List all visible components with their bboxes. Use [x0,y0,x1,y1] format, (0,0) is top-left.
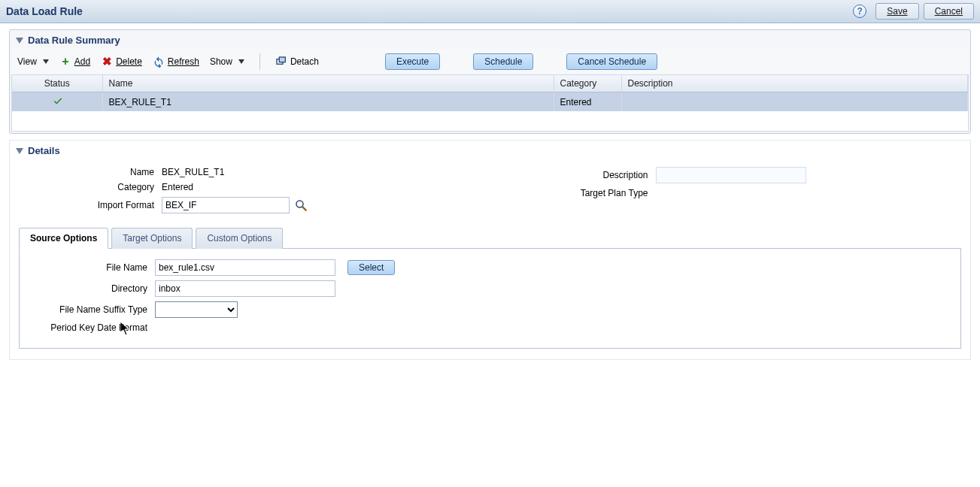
details-left-col: Name BEX_RULE_T1 Category Entered Import… [41,167,475,218]
view-menu[interactable]: View [17,56,49,67]
label-name: Name [41,167,162,177]
row-file-name: File Name Select [35,259,945,276]
summary-title: Data Rule Summary [28,35,120,46]
summary-toolbar: View + Add ✖ Delete Refresh Show Detach [11,49,969,74]
refresh-icon [153,56,165,68]
page-title: Data Load Rule [6,5,83,17]
cell-category: Entered [554,92,621,112]
table-row-empty [12,111,968,131]
add-button[interactable]: + Add [59,56,90,68]
tab-source-options[interactable]: Source Options [19,228,108,249]
label-file-name: File Name [35,262,155,273]
header-actions: ? Save Cancel [853,3,974,20]
directory-input[interactable] [155,280,335,297]
label-period-key-fmt: Period Key Date Format [35,322,155,333]
row-period-key-fmt: Period Key Date Format [35,322,945,333]
svg-line-3 [302,207,306,210]
save-button[interactable]: Save [875,3,918,20]
rules-table: Status Name Category Description BEX_RUL… [12,75,968,131]
details-title: Details [28,145,60,156]
details-tabs: Source Options Target Options Custom Opt… [19,227,961,249]
file-name-input[interactable] [155,259,335,276]
row-name: Name BEX_RULE_T1 [41,167,475,177]
col-status[interactable]: Status [12,75,102,92]
row-directory: Directory [35,280,945,297]
cell-description [621,92,967,112]
select-file-button[interactable]: Select [347,260,395,275]
cancel-button[interactable]: Cancel [924,3,974,20]
table-header-row: Status Name Category Description [12,75,968,92]
row-target-plan-type: Target Plan Type [505,188,939,198]
search-icon[interactable] [294,198,308,212]
help-icon[interactable]: ? [853,5,866,18]
value-name: BEX_RULE_T1 [162,167,224,177]
description-input[interactable] [656,167,806,183]
label-category: Category [41,182,162,192]
execute-button[interactable]: Execute [385,53,440,70]
disclosure-icon [16,148,23,154]
data-rule-summary-panel: Data Rule Summary View + Add ✖ Delete Re… [9,29,971,134]
col-category[interactable]: Category [554,75,621,92]
chevron-down-icon [43,59,49,64]
detach-icon [275,56,287,68]
toolbar-separator [259,53,260,70]
svg-rect-1 [279,57,285,62]
cancel-schedule-button[interactable]: Cancel Schedule [566,53,657,70]
row-suffix-type: File Name Suffix Type [35,301,945,318]
label-description: Description [505,170,656,180]
cell-name: BEX_RULE_T1 [102,92,554,112]
label-suffix-type: File Name Suffix Type [35,304,155,315]
details-right-col: Description Target Plan Type [505,167,939,218]
details-section-header[interactable]: Details [11,142,969,159]
details-panel: Details Name BEX_RULE_T1 Category Entere… [9,140,971,360]
row-import-format: Import Format [41,197,475,213]
details-body: Name BEX_RULE_T1 Category Entered Import… [11,159,969,222]
disclosure-icon [16,38,23,44]
chevron-down-icon [238,59,244,64]
tab-target-options[interactable]: Target Options [111,228,193,249]
import-format-input[interactable] [162,197,290,213]
col-name[interactable]: Name [102,75,554,92]
refresh-button[interactable]: Refresh [153,56,199,68]
row-category: Category Entered [41,182,475,192]
page-header: Data Load Rule ? Save Cancel [0,0,980,23]
suffix-type-select[interactable] [155,301,238,318]
tab-custom-options[interactable]: Custom Options [196,228,283,249]
schedule-button[interactable]: Schedule [473,53,533,70]
plus-icon: + [59,56,71,68]
detach-button[interactable]: Detach [275,56,319,68]
delete-x-icon: ✖ [101,56,113,68]
value-category: Entered [162,182,193,192]
row-description: Description [505,167,939,183]
delete-button[interactable]: ✖ Delete [101,56,142,68]
table-row[interactable]: BEX_RULE_T1 Entered [12,92,968,112]
label-target-plan-type: Target Plan Type [505,188,656,198]
summary-section-header[interactable]: Data Rule Summary [11,32,969,49]
show-menu[interactable]: Show [210,56,244,67]
source-options-panel: File Name Select Directory File Name Suf… [19,249,961,349]
status-ok-icon [52,95,62,103]
rules-table-wrap: Status Name Category Description BEX_RUL… [11,74,969,132]
label-import-format: Import Format [41,200,162,210]
col-description[interactable]: Description [621,75,967,92]
label-directory: Directory [35,283,155,294]
